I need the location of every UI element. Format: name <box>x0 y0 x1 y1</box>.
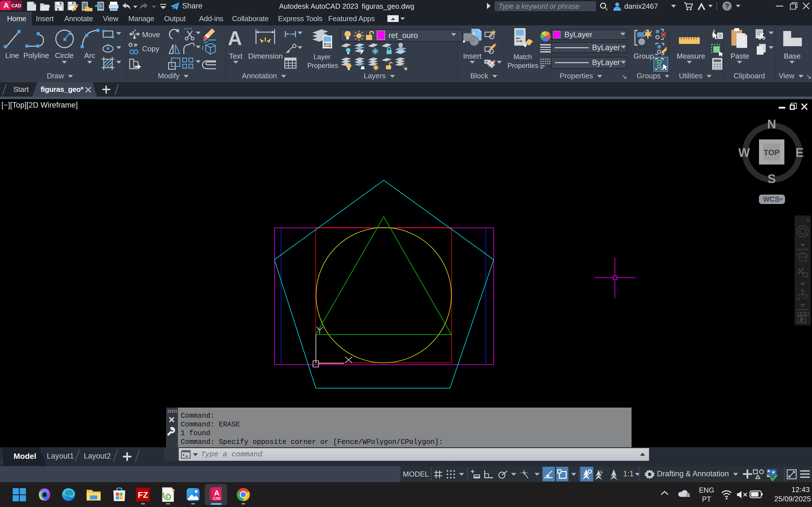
svg-text:FZ: FZ <box>138 490 148 499</box>
svg-text:CAD: CAD <box>213 497 220 501</box>
svg-text:A: A <box>214 489 220 497</box>
